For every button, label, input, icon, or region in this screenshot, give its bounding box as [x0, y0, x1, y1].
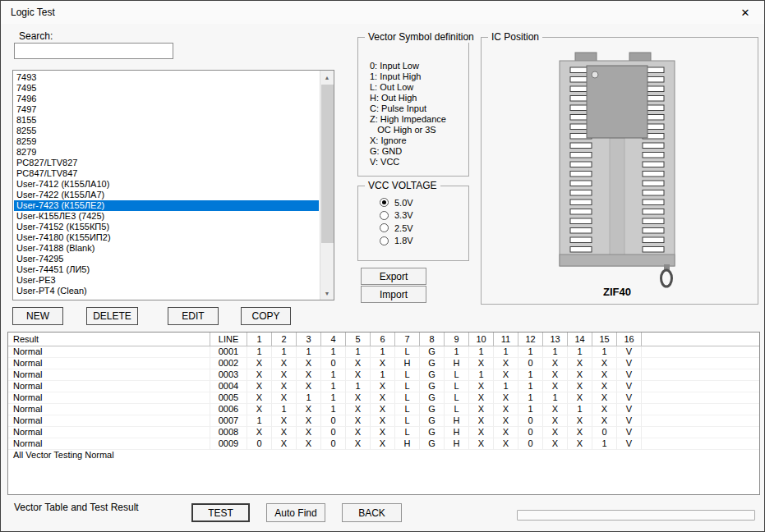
new-button[interactable]: NEW	[12, 307, 63, 325]
column-header-pin[interactable]: 3	[297, 332, 321, 346]
ic-list-item[interactable]: User-74152 (К155КП5)	[14, 222, 319, 232]
column-header-pin[interactable]: 14	[568, 332, 592, 346]
ic-list-item[interactable]: 8255	[14, 126, 319, 136]
pin-cell: X	[272, 381, 297, 392]
column-header-pin[interactable]: 4	[321, 332, 346, 346]
vector-table[interactable]: ResultLINE12345678910111213141516 Normal…	[7, 332, 760, 495]
pin-cell: X	[371, 438, 395, 450]
zif40-label: ZIF40	[539, 286, 695, 298]
test-button[interactable]: TEST	[191, 503, 250, 522]
column-header-pin[interactable]: 16	[617, 332, 642, 346]
radio-button-icon[interactable]	[380, 236, 389, 245]
lever-loop-icon[interactable]	[661, 270, 672, 287]
ic-list-item[interactable]: User-74188 (Blank)	[14, 243, 319, 254]
table-row[interactable]: Normal0005XX11XXLGLXX11XXV	[8, 392, 759, 404]
vcc-option-row[interactable]: 3.3V	[380, 209, 465, 222]
column-header-pin[interactable]: 12	[518, 332, 543, 346]
column-header-pin[interactable]: 6	[371, 332, 395, 346]
close-button[interactable]: ✕	[726, 1, 764, 24]
pin-cell: 0	[321, 438, 346, 450]
export-button[interactable]: Export	[361, 268, 426, 285]
ic-list[interactable]: 74937495749674978155825582598279PC827/LT…	[12, 70, 334, 300]
ic-position-title: IC Position	[488, 31, 542, 43]
vcc-option-row[interactable]: 5.0V	[380, 196, 465, 209]
auto-find-button[interactable]: Auto Find	[266, 503, 325, 522]
pin-cell: X	[371, 415, 395, 427]
vcc-option-row[interactable]: 2.5V	[380, 222, 465, 235]
edit-button[interactable]: EDIT	[168, 307, 219, 325]
delete-button[interactable]: DELETE	[86, 307, 138, 325]
radio-button-icon[interactable]	[380, 211, 389, 220]
table-row[interactable]: Normal0002XXX0XXHGHXX0XXXV	[8, 358, 759, 369]
column-header-pin[interactable]: 9	[445, 332, 469, 346]
pin-cell: L	[395, 369, 420, 381]
ic-list-item[interactable]: 8155	[14, 115, 319, 126]
zif-socket-graphic	[539, 51, 695, 297]
copy-button[interactable]: COPY	[241, 307, 291, 325]
table-row[interactable]: Normal00071XX0XXLGHXX0XXXV	[8, 415, 759, 427]
pin-cell: X	[469, 381, 494, 392]
pin-cell: X	[297, 381, 321, 392]
ic-list-item[interactable]: 7497	[14, 104, 319, 115]
pin-cell: 1	[321, 392, 346, 404]
ic-list-item[interactable]: PC827/LTV827	[14, 158, 319, 168]
radio-button-icon[interactable]	[380, 223, 389, 232]
search-input[interactable]	[14, 43, 173, 59]
zif-slot	[643, 190, 664, 196]
ic-list-item[interactable]: User-7412 (К155ЛА10)	[14, 179, 319, 190]
ic-list-item[interactable]: User-74295	[14, 254, 319, 264]
back-button[interactable]: BACK	[342, 503, 402, 522]
zif-slot	[570, 218, 592, 224]
list-scrollbar[interactable]: ▲ ▼	[320, 71, 334, 300]
scroll-up-button[interactable]: ▲	[320, 71, 334, 84]
table-row[interactable]: Normal0004XXX11XLGLX11XXXV	[8, 381, 759, 392]
column-header-pin[interactable]: 1	[247, 332, 272, 346]
column-header-pin[interactable]: 15	[592, 332, 617, 346]
pin-cell: 1	[371, 369, 395, 381]
column-header-pin[interactable]: 11	[494, 332, 518, 346]
result-cell: Normal	[8, 427, 210, 438]
column-header-pin[interactable]: 8	[420, 332, 445, 346]
pin-cell: X	[346, 404, 371, 415]
import-button[interactable]: Import	[361, 286, 426, 303]
ic-list-item[interactable]: 7493	[14, 72, 319, 83]
ic-list-item[interactable]: User-7422 (К155ЛА7)	[14, 190, 319, 200]
pin-cell: V	[617, 404, 642, 415]
table-row[interactable]: Normal0003XXX1X1LGL1X1XXXV	[8, 369, 759, 381]
table-row[interactable]: Normal0008XXX0XXLGHXX0XX0V	[8, 427, 759, 438]
vcc-option-row[interactable]: 1.8V	[380, 235, 465, 248]
ic-list-item[interactable]: 7496	[14, 94, 319, 104]
pin-cell: X	[592, 392, 617, 404]
ic-list-item[interactable]: User-К155ЛЕ3 (7425)	[14, 211, 319, 222]
column-header-pin[interactable]: 2	[272, 332, 297, 346]
column-header-pin[interactable]: 13	[543, 332, 568, 346]
column-header-result[interactable]: Result	[8, 332, 210, 346]
pin-cell: X	[592, 404, 617, 415]
ic-list-item[interactable]: User-74180 (К155ИП2)	[14, 232, 319, 243]
ic-list-item[interactable]: User-74451 (ЛИ5)	[14, 264, 319, 275]
table-row[interactable]: Normal0006X1X1XXLGLXX1X1XV	[8, 404, 759, 415]
line-cell: 0002	[210, 358, 247, 369]
ic-list-item[interactable]: PC847/LTV847	[14, 168, 319, 179]
table-row[interactable]: Normal00090XX0XXHGHXX0XX1V	[8, 438, 759, 450]
column-header-line[interactable]: LINE	[210, 332, 247, 346]
ic-list-item[interactable]: User-7423 (К155ЛЕ2)	[14, 200, 319, 211]
pin-cell: H	[395, 438, 420, 450]
pin-cell: V	[617, 381, 642, 392]
ic-list-item[interactable]: 8259	[14, 136, 319, 147]
column-header-pin[interactable]: 10	[469, 332, 494, 346]
scroll-thumb[interactable]	[321, 85, 334, 243]
table-row[interactable]: Normal0001111111LG1111111V	[8, 346, 759, 358]
pin-cell: 1	[543, 346, 568, 358]
ic-list-item[interactable]: 8279	[14, 147, 319, 158]
pin-cell: 1	[247, 415, 272, 427]
radio-button-icon[interactable]	[380, 198, 389, 207]
column-header-pin[interactable]: 7	[395, 332, 420, 346]
chip-pin1-dot	[592, 71, 598, 78]
ic-list-item[interactable]: User-РТ4 (Clean)	[14, 286, 319, 296]
ic-list-item[interactable]: User-РЕ3	[14, 275, 319, 286]
scroll-down-button[interactable]: ▼	[320, 287, 334, 300]
title-bar[interactable]: Logic Test	[1, 1, 764, 24]
ic-list-item[interactable]: 7495	[14, 83, 319, 94]
column-header-pin[interactable]: 5	[346, 332, 371, 346]
